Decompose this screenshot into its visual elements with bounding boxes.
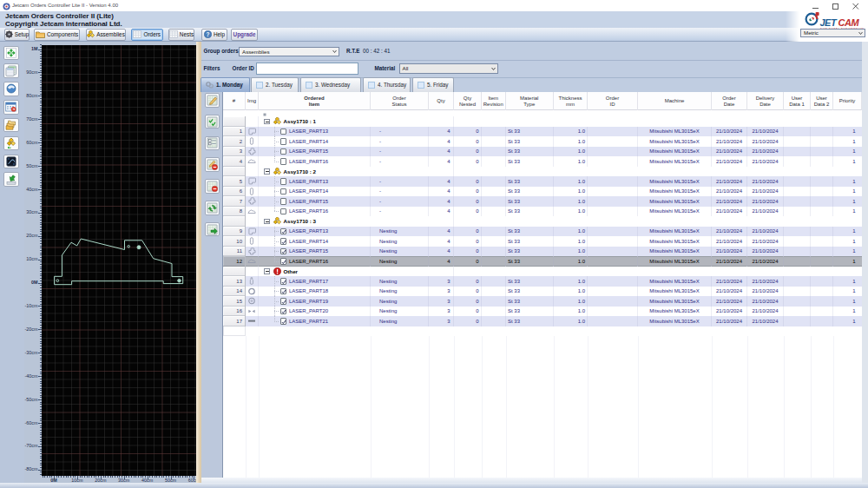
column-header-priority[interactable]: Priority bbox=[833, 92, 862, 110]
order-id-input[interactable] bbox=[256, 63, 358, 74]
column-header-material-type[interactable]: MaterialType bbox=[506, 92, 555, 110]
row-number-cell[interactable]: 14 bbox=[223, 287, 246, 297]
column-header--[interactable]: # bbox=[223, 92, 246, 110]
row-checkbox[interactable] bbox=[280, 208, 287, 215]
minimize-button[interactable] bbox=[806, 0, 825, 11]
table-row-9[interactable]: 9 LASER_PART13Nesting40St 331.0Mitsubish… bbox=[223, 227, 862, 237]
side-toolbar-button-pad-checks[interactable] bbox=[205, 115, 220, 129]
column-header-delivery-date[interactable]: DeliveryDate bbox=[747, 92, 784, 110]
column-header-machine[interactable]: Machine bbox=[638, 92, 712, 110]
row-number-cell[interactable]: 7 bbox=[223, 196, 246, 207]
side-toolbar-button-pad-arrow[interactable] bbox=[205, 222, 220, 237]
row-number-cell[interactable]: 15 bbox=[223, 296, 246, 307]
sidebar-button-notepads[interactable] bbox=[3, 63, 19, 78]
table-row-16[interactable]: 16 LASER_PART20Nesting30St 331.0Mitsubis… bbox=[223, 307, 862, 317]
maximize-button[interactable] bbox=[825, 0, 845, 11]
row-number-cell[interactable]: 11 bbox=[223, 247, 246, 257]
material-select[interactable]: All bbox=[399, 63, 499, 75]
column-header-ordered-item[interactable]: OrderedItem bbox=[259, 92, 371, 110]
row-checkbox-checked[interactable] bbox=[280, 288, 287, 295]
row-checkbox-checked[interactable] bbox=[280, 308, 287, 315]
row-checkbox[interactable] bbox=[280, 129, 287, 135]
row-checkbox-checked[interactable] bbox=[280, 298, 287, 305]
nests-button[interactable]: Nests bbox=[168, 29, 194, 41]
tab-5-friday[interactable]: 5. Friday bbox=[412, 77, 454, 92]
column-header-order-id[interactable]: OrderID bbox=[588, 92, 638, 110]
close-button[interactable] bbox=[846, 0, 865, 11]
table-row-11[interactable]: 11 LASER_PART15Nesting40St 331.0Mitsubis… bbox=[223, 247, 862, 257]
row-checkbox-checked[interactable] bbox=[280, 228, 287, 235]
table-row-4[interactable]: 4 LASER_PART16-40St 331.0Mitsubishi ML30… bbox=[223, 156, 862, 167]
table-row-2[interactable]: 2 LASER_PART14-40St 331.0Mitsubishi ML30… bbox=[223, 136, 862, 147]
row-checkbox[interactable] bbox=[280, 188, 287, 195]
tab-3-wednesday[interactable]: 3. Wednesday bbox=[300, 77, 361, 92]
row-checkbox[interactable] bbox=[280, 138, 287, 145]
orders-button[interactable]: Orders bbox=[131, 29, 163, 41]
row-checkbox-checked[interactable] bbox=[280, 258, 287, 265]
collapse-icon[interactable] bbox=[264, 268, 270, 274]
side-toolbar-button-pad-pencil[interactable] bbox=[205, 93, 220, 108]
collapse-icon[interactable] bbox=[264, 168, 270, 175]
side-toolbar-button-pad-minus[interactable] bbox=[205, 179, 220, 194]
sidebar-button-folders-yellow[interactable] bbox=[3, 118, 19, 133]
row-checkbox-checked[interactable] bbox=[280, 278, 287, 285]
group-row[interactable]: Assy1710 : 1 bbox=[223, 116, 862, 127]
column-header-qty-nested[interactable]: QtyNested bbox=[454, 92, 482, 110]
group-orders-select[interactable]: Assemblies bbox=[239, 47, 339, 56]
row-number-cell[interactable]: 12 bbox=[223, 256, 246, 267]
row-checkbox[interactable] bbox=[280, 158, 287, 165]
row-number-cell[interactable]: 3 bbox=[223, 147, 246, 157]
column-header-item-revision[interactable]: ItemRevision bbox=[482, 92, 506, 110]
table-row-5[interactable]: 5 LASER_PART13-40St 331.0Mitsubishi ML30… bbox=[223, 176, 862, 187]
row-number-cell[interactable]: 1 bbox=[223, 127, 246, 137]
column-header-img[interactable]: Img bbox=[246, 92, 259, 110]
collapse-icon[interactable] bbox=[264, 219, 270, 225]
row-number-cell[interactable]: 6 bbox=[223, 187, 246, 197]
row-number-cell[interactable]: 8 bbox=[223, 207, 246, 217]
table-row-10[interactable]: 10 LASER_PART14Nesting40St 331.0Mitsubis… bbox=[223, 236, 862, 247]
column-header-order-status[interactable]: OrderStatus bbox=[371, 92, 429, 110]
table-row-13[interactable]: 13 LASER_PART17Nesting30St 331.0Mitsubis… bbox=[223, 276, 862, 287]
column-header-thickness-mm[interactable]: Thicknessmm bbox=[554, 92, 588, 110]
row-checkbox[interactable] bbox=[280, 198, 287, 205]
row-number-cell[interactable]: 4 bbox=[223, 156, 246, 167]
table-row-7[interactable]: 7 LASER_PART15-40St 331.0Mitsubishi ML30… bbox=[223, 196, 862, 207]
setup-button[interactable]: Setup bbox=[4, 29, 30, 41]
row-number-cell[interactable]: 2 bbox=[223, 136, 246, 147]
group-row[interactable]: Other bbox=[223, 267, 862, 277]
table-row-8[interactable]: 8 LASER_PART16-40St 331.0Mitsubishi ML30… bbox=[223, 207, 862, 217]
row-number-cell[interactable]: 16 bbox=[223, 307, 246, 317]
table-row-1[interactable]: 1 LASER_PART13-40St 331.0Mitsubishi ML30… bbox=[223, 127, 862, 137]
sidebar-button-calendar-red[interactable] bbox=[3, 100, 19, 115]
group-row[interactable]: Assy1710 : 2 bbox=[223, 167, 862, 177]
table-row-3[interactable]: 3 LASER_PART15-40St 331.0Mitsubishi ML30… bbox=[223, 147, 862, 157]
column-header-order-date[interactable]: OrderDate bbox=[712, 92, 747, 110]
tab-2-tuesday[interactable]: 2. Tuesday bbox=[251, 77, 299, 92]
table-row-12[interactable]: 12 LASER_PART16Nesting40St 331.0Mitsubis… bbox=[223, 256, 862, 267]
table-row-6[interactable]: 6 LASER_PART14-40St 331.0Mitsubishi ML30… bbox=[223, 187, 862, 197]
row-checkbox-checked[interactable] bbox=[280, 238, 287, 245]
row-checkbox[interactable] bbox=[280, 148, 287, 155]
column-header-user-data-1[interactable]: UserData 1 bbox=[784, 92, 811, 110]
row-number-cell[interactable]: 5 bbox=[223, 176, 246, 187]
sidebar-button-expand-green[interactable] bbox=[3, 46, 19, 61]
row-number-cell[interactable]: 9 bbox=[223, 227, 246, 237]
sidebar-button-monitor-dark[interactable] bbox=[3, 155, 19, 169]
row-checkbox-checked[interactable] bbox=[280, 248, 287, 255]
side-toolbar-button-pad-list[interactable] bbox=[205, 136, 220, 151]
column-header-user-data-2[interactable]: UserData 2 bbox=[811, 92, 833, 110]
units-select[interactable]: Metric bbox=[800, 29, 865, 38]
group-row[interactable]: Assy1710 : 3 bbox=[223, 216, 862, 227]
row-number-cell[interactable]: 13 bbox=[223, 276, 246, 287]
sidebar-button-import-green[interactable] bbox=[3, 172, 19, 187]
side-toolbar-button-pad-pencil-minus[interactable] bbox=[205, 157, 220, 172]
assemblies-button[interactable]: Assemblies bbox=[86, 29, 126, 41]
sidebar-button-globe[interactable] bbox=[3, 82, 19, 96]
upgrade-button[interactable]: Upgrade bbox=[231, 29, 258, 41]
side-toolbar-button-pad-recycle[interactable] bbox=[205, 201, 220, 215]
table-row-15[interactable]: 15 LASER_PART19Nesting30St 331.0Mitsubis… bbox=[223, 296, 862, 307]
table-row-14[interactable]: 14 LASER_PART18Nesting30St 331.0Mitsubis… bbox=[223, 287, 862, 297]
components-button[interactable]: Components bbox=[34, 29, 80, 41]
collapse-icon[interactable] bbox=[264, 119, 270, 125]
row-number-cell[interactable]: 10 bbox=[223, 236, 246, 247]
